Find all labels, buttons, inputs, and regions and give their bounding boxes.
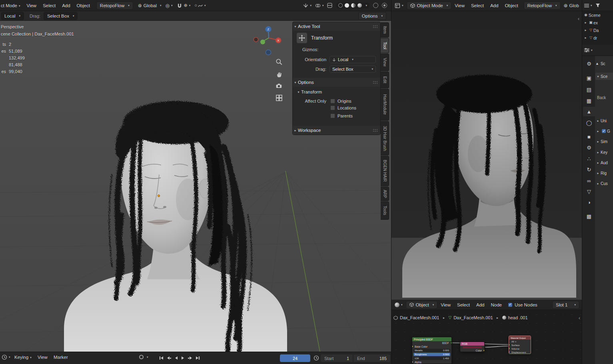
shader-object-dropdown[interactable]: Object [406, 301, 438, 309]
ptab-render[interactable]: ▣ [583, 73, 595, 83]
surface-socket[interactable] [509, 344, 510, 346]
section-rigid-body[interactable]: ▸Rig [595, 169, 613, 177]
current-frame-field[interactable]: 24 [280, 354, 310, 362]
section-custom-props[interactable]: ▸Cus [595, 180, 613, 187]
options-panel-header[interactable]: ▾ Options [293, 78, 380, 87]
right-3d-viewport[interactable]: ‹ [391, 11, 582, 300]
origins-checkbox[interactable] [330, 99, 335, 103]
proportional-edit-icon[interactable]: ○ [194, 3, 197, 8]
section-gravity[interactable]: ▸G [595, 127, 613, 135]
scene-section-header[interactable]: ▾ Sce [595, 73, 613, 80]
outliner-item-row[interactable]: ▸ ▣ ex [582, 19, 613, 26]
shading-material-icon[interactable] [351, 3, 355, 8]
ortho-grid-icon[interactable] [276, 94, 283, 101]
drag-mode-dropdown[interactable]: Select Box [44, 12, 78, 20]
panel-grip-icon[interactable] [373, 81, 378, 84]
jump-to-start-button[interactable] [158, 354, 165, 362]
ptab-texture[interactable]: ▩ [583, 211, 595, 221]
ptab-particles[interactable]: ∴ [583, 154, 595, 163]
object-mode-dropdown[interactable]: Object Mode [407, 2, 452, 10]
jump-to-end-button[interactable] [194, 354, 202, 362]
orientation-select[interactable]: Local [329, 56, 376, 63]
ptab-object[interactable]: ■ [583, 132, 595, 141]
menu-add[interactable]: Add [473, 302, 487, 307]
render-view-icon[interactable] [382, 3, 387, 8]
panel-grip-icon[interactable] [373, 25, 378, 28]
menu-view[interactable]: View [23, 3, 40, 8]
left-3d-viewport[interactable]: Perspective cene Collection | Dax_FaceMe… [0, 21, 391, 352]
locations-checkbox[interactable] [330, 105, 335, 110]
material-slot-dropdown[interactable]: Slot 1 [552, 301, 579, 309]
node-header[interactable]: Material Output [509, 336, 531, 340]
ptab-physics[interactable]: ↻ [583, 165, 595, 174]
ptab-modifiers[interactable]: ⚙ [583, 143, 595, 152]
menu-timeline-view[interactable]: View [34, 355, 51, 360]
zoom-icon[interactable] [276, 58, 283, 66]
node-header[interactable]: Principled BSDF [412, 337, 451, 341]
target-row[interactable]: All▾ [509, 340, 531, 343]
ptab-view-layer[interactable]: ▦ [583, 96, 595, 105]
menu-keying[interactable]: Keying [11, 355, 35, 360]
tab-3d-hair-brush[interactable]: 3D Hair Brush [381, 121, 389, 155]
show-gizmo-dropdown[interactable] [303, 3, 311, 8]
frame-end-field[interactable]: End 185 [353, 354, 390, 362]
ior-row[interactable]: IOR1.450 [412, 356, 451, 360]
shading-solid-icon[interactable] [345, 3, 349, 8]
section-units[interactable]: ▸Uni [595, 117, 613, 124]
shader-editor-type-dropdown[interactable] [395, 302, 403, 307]
frame-start-field[interactable]: Start 1 [321, 354, 353, 362]
rgb-node[interactable]: RGB Color [460, 342, 485, 352]
material-output-node[interactable]: Material Output All▾ Surface Volume Disp… [509, 336, 531, 354]
tab-hairmodule[interactable]: HairModule [381, 89, 389, 121]
outliner-display-mode-dropdown[interactable] [584, 4, 592, 8]
base-color-socket[interactable] [412, 345, 413, 348]
outliner-item-row[interactable]: ▸ ▽ dr [582, 34, 613, 42]
properties-editor-type-dropdown[interactable] [584, 48, 593, 52]
tab-item[interactable]: Item [381, 22, 389, 38]
transform-subpanel-header[interactable]: ▾ Transform [296, 88, 322, 96]
tab-edit[interactable]: Edit [381, 72, 389, 88]
section-audio[interactable]: ▸Aud [595, 159, 613, 166]
transform-orientation-dropdown[interactable]: ⊕ Global [138, 3, 162, 8]
region-overlap-arrow-icon[interactable]: ‹ [579, 315, 580, 321]
tab-tools[interactable]: Tools [381, 201, 389, 220]
transform-orientation-dropdown[interactable]: ⊕ Glob [564, 3, 579, 8]
proportional-falloff-dropdown[interactable] [198, 3, 206, 8]
menu-view[interactable]: View [451, 3, 468, 8]
principled-bsdf-node[interactable]: Principled BSDF BSDF Base Color Metallic… [412, 337, 452, 364]
gizmo-neg-x[interactable] [254, 38, 258, 42]
filter-icon[interactable] [595, 3, 600, 8]
pivot-point-dropdown[interactable]: ◎ [166, 3, 173, 8]
ptab-tool[interactable]: ⚙ [583, 59, 595, 68]
gizmo-neg-z[interactable] [266, 50, 271, 55]
use-nodes-toggle[interactable]: Use Nodes [508, 302, 537, 307]
ptab-object-data[interactable]: ▽ [583, 187, 595, 196]
gravity-checkbox[interactable] [602, 129, 606, 133]
parents-checkbox[interactable] [330, 113, 335, 118]
toolbar-orientation-dropdown[interactable]: Local [1, 12, 24, 20]
node-header[interactable]: RGB [460, 342, 484, 346]
section-simulation[interactable]: ▸Sim [595, 138, 613, 145]
menu-select[interactable]: Select [40, 3, 59, 8]
breadcrumb-mesh[interactable]: Dax_FaceMesh.001 [453, 315, 493, 320]
editor-type-dropdown[interactable] [395, 3, 403, 8]
snap-magnet-icon[interactable] [177, 3, 182, 8]
ptab-material[interactable]: ◑ [583, 197, 595, 207]
menu-object[interactable]: Object [501, 3, 521, 8]
tab-view[interactable]: View [381, 54, 389, 71]
breadcrumb-object[interactable]: Dax_FaceMesh.001 [400, 315, 439, 320]
ptab-constraints[interactable]: ∞ [583, 176, 595, 185]
navigation-gizmo[interactable]: Z X [252, 24, 288, 58]
camera-view-icon[interactable] [276, 82, 283, 90]
section-keying[interactable]: ▸Key [595, 149, 613, 156]
menu-add[interactable]: Add [487, 3, 501, 8]
play-reverse-button[interactable] [173, 354, 180, 362]
background-scene-row[interactable]: Back [595, 94, 613, 101]
color-swatch-row[interactable] [460, 346, 484, 349]
menu-select[interactable]: Select [454, 302, 473, 307]
retopoflow-dropdown[interactable]: RetopoFlow [96, 2, 133, 10]
retopoflow-dropdown[interactable]: RetopoFlow [524, 2, 561, 10]
next-keyframe-button[interactable] [186, 354, 194, 362]
pan-hand-icon[interactable] [276, 70, 283, 78]
active-tool-panel-header[interactable]: ▾ Active Tool [293, 22, 380, 31]
